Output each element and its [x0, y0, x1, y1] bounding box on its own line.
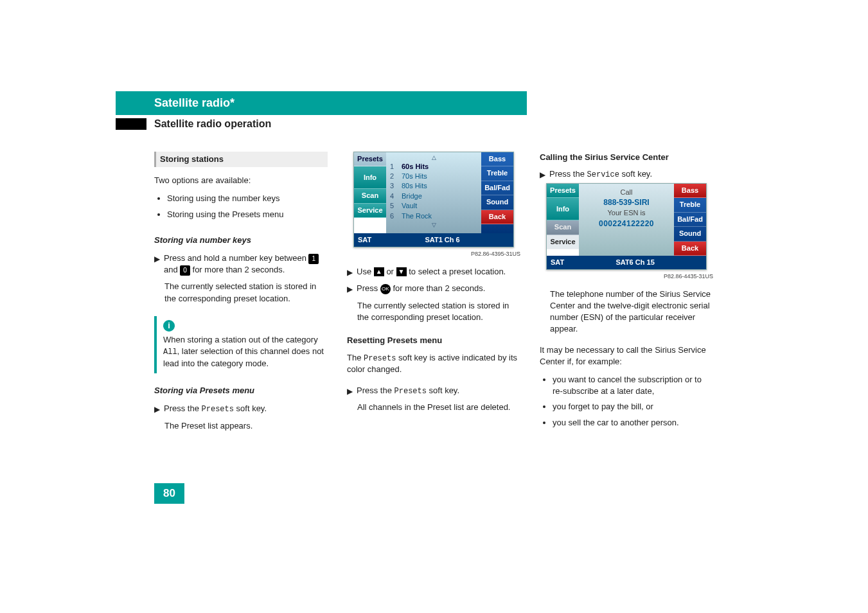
- esn-value: 000224122220: [581, 218, 671, 229]
- press-presets-a: Press the: [164, 404, 202, 413]
- row-num: 2: [390, 172, 396, 181]
- step-press-service: ▶ Press the Service soft key.: [540, 168, 713, 181]
- figure-caption-2: P82.86-4435-31US: [540, 272, 713, 281]
- reset-result: All channels in the Preset list are dele…: [357, 402, 520, 413]
- service-info-pane: Call 888-539-SIRI Your ESN is 0002241222…: [579, 184, 674, 256]
- heading-via-presets: Storing via Presets menu: [154, 385, 328, 396]
- use-text-a: Use: [357, 267, 371, 276]
- softkey-presets: Presets: [354, 152, 386, 166]
- info-icon: i: [163, 320, 175, 332]
- softkey-sound: Sound: [481, 195, 513, 209]
- softkey-bass: Bass: [674, 184, 706, 198]
- phone-number: 888-539-SIRI: [581, 197, 671, 208]
- step-body: Press OK for more than 2 seconds.: [357, 283, 520, 295]
- scroll-up-icon: △: [390, 154, 477, 162]
- presets-softkey-label: Presets: [394, 387, 427, 396]
- row-title: 70s Hits: [402, 172, 427, 181]
- key-0-icon: 0: [180, 265, 190, 276]
- press-service-b: soft key.: [619, 169, 652, 179]
- note-body: When storing a station out of the catego…: [163, 334, 328, 369]
- row-num: 5: [390, 201, 396, 211]
- step-body: Press the Presets soft key.: [357, 385, 520, 397]
- section-subtitle: Satellite radio operation: [116, 118, 271, 130]
- arrow-down-key-icon: ▼: [396, 267, 407, 276]
- step-press-hold: ▶ Press and hold a number key between 1 …: [154, 253, 328, 276]
- press-presets-a: Press the: [357, 386, 394, 395]
- step-arrow-icon: ▶: [154, 404, 160, 415]
- step-text-b: and: [164, 265, 178, 274]
- row-title: Vault: [402, 201, 417, 211]
- right-softkeys: Bass Treble Bal/Fad Sound Back: [674, 184, 706, 256]
- left-softkeys: Presets Info Scan Service: [354, 152, 386, 233]
- arrow-up-key-icon: ▲: [374, 267, 384, 276]
- row-num: 6: [390, 211, 396, 221]
- reset-intro: The Presets soft key is active indicated…: [347, 352, 520, 376]
- softkey-back: Back: [481, 210, 513, 224]
- service-result: The telephone number of the Sirius Servi…: [550, 289, 713, 335]
- note-text-b: , later selection of this channel does n…: [163, 346, 324, 368]
- key-1-icon: 1: [308, 254, 319, 264]
- step-body: Press the Service soft key.: [549, 168, 713, 181]
- option-presets-menu: Storing using the Presets menu: [167, 209, 328, 220]
- note-text-a: When storing a station out of the catego…: [163, 335, 318, 344]
- step-body: Press and hold a number key between 1 an…: [164, 253, 328, 276]
- step-text-a: Press and hold a number key between: [164, 253, 306, 263]
- heading-via-number-keys: Storing via number keys: [154, 235, 328, 246]
- manual-page: Satellite radio* Satellite radio operati…: [0, 0, 868, 613]
- step-arrow-icon: ▶: [540, 170, 545, 181]
- status-center: SAT6 Ch 15: [616, 258, 654, 266]
- content-columns: Storing stations Two options are availab…: [154, 152, 740, 439]
- step-use-arrows: ▶ Use ▲ or ▼ to select a preset location…: [347, 266, 520, 278]
- call-label: Call: [581, 188, 671, 197]
- note-all-key: All: [163, 348, 177, 357]
- storing-stations-heading: Storing stations: [154, 152, 328, 167]
- left-softkeys: Presets Info Scan Service: [547, 184, 579, 256]
- service-display: Presets Info Scan Service Call 888-539-S…: [546, 183, 707, 270]
- press-presets-b: soft key.: [234, 404, 267, 413]
- service-softkey-label: Service: [587, 170, 619, 179]
- heading-reset-presets: Resetting Presets menu: [347, 335, 520, 346]
- step-arrow-icon: ▶: [347, 284, 353, 295]
- step-arrow-icon: ▶: [347, 386, 353, 397]
- chapter-title-text: Satellite radio*: [154, 96, 235, 109]
- reason-forget-bill: you forget to pay the bill, or: [553, 401, 713, 413]
- row-title: The Rock: [402, 211, 432, 221]
- softkey-sound: Sound: [674, 227, 706, 241]
- softkey-balfad: Bal/Fad: [481, 181, 513, 195]
- softkey-back: Back: [674, 242, 706, 256]
- use-text-b: or: [386, 267, 394, 276]
- softkey-scan: Scan: [354, 189, 386, 203]
- intro-text: Two options are available:: [154, 175, 328, 186]
- column-1: Storing stations Two options are availab…: [154, 152, 328, 439]
- press-ok-a: Press: [357, 283, 378, 293]
- row-title: 60s Hits: [402, 162, 429, 172]
- softkey-info: Info: [354, 166, 386, 189]
- press-presets-b: soft key.: [427, 386, 459, 395]
- options-list: Storing using the number keys Storing us…: [167, 193, 328, 224]
- reason-cancel: you want to cancel the subscription or t…: [553, 374, 713, 397]
- stored-result-text: The currently selected station is stored…: [164, 281, 328, 304]
- use-text-c: to select a preset location.: [409, 267, 506, 276]
- press-service-a: Press the: [549, 169, 587, 179]
- status-sat: SAT: [358, 235, 371, 245]
- presets-softkey-label: Presets: [202, 405, 234, 414]
- softkey-service: Service: [354, 204, 386, 218]
- softkey-scan: Scan: [547, 220, 579, 235]
- softkey-balfad: Bal/Fad: [674, 213, 706, 227]
- row-num: 3: [390, 181, 396, 191]
- row-title: 80s Hits: [402, 181, 427, 191]
- reasons-list: you want to cancel the subscription or t…: [553, 374, 713, 432]
- esn-label: Your ESN is: [581, 208, 671, 218]
- preset-list-appears: The Preset list appears.: [164, 420, 328, 432]
- step-press-ok: ▶ Press OK for more than 2 seconds.: [347, 283, 520, 295]
- ok-button-icon: OK: [380, 284, 391, 294]
- press-ok-b: for more than 2 seconds.: [393, 283, 485, 293]
- preset-list-pane: △ 160s Hits 270s Hits 380s Hits 4Bridge …: [386, 152, 481, 233]
- status-bar-2: SAT SAT6 Ch 15: [547, 256, 706, 269]
- step-arrow-icon: ▶: [347, 267, 353, 278]
- softkey-treble: Treble: [674, 198, 706, 212]
- step-arrow-icon: ▶: [154, 254, 160, 276]
- status-sat: SAT: [551, 258, 564, 267]
- figure-caption-1: P82.86-4395-31US: [347, 250, 520, 258]
- option-number-keys: Storing using the number keys: [167, 193, 328, 204]
